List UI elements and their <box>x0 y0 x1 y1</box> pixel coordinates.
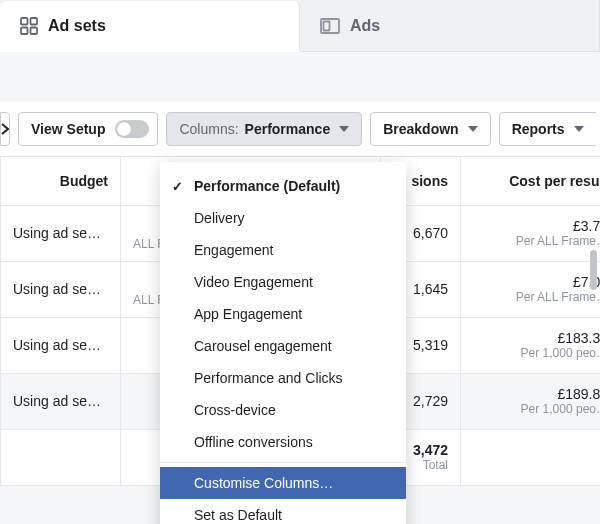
view-setup-button[interactable]: View Setup <box>18 112 158 146</box>
reports-label: Reports <box>512 121 565 137</box>
svg-rect-2 <box>21 27 28 34</box>
breakdown-button[interactable]: Breakdown <box>370 112 490 146</box>
tab-ad-sets[interactable]: Ad sets <box>0 1 300 52</box>
cell-budget: Using ad se… <box>1 317 121 373</box>
menu-item-video-engagement[interactable]: Video Engagement <box>160 266 406 298</box>
columns-value: Performance <box>245 121 331 137</box>
col-header-budget[interactable]: Budget <box>1 157 121 205</box>
cell-cost-sub: Per 1,000 peo… <box>473 346 600 360</box>
tab-ads-label: Ads <box>350 17 380 35</box>
columns-menu: ✓ Performance (Default) Delivery Engagem… <box>160 162 406 524</box>
col-header-cost[interactable]: Cost per result <box>461 157 601 205</box>
menu-item-offline-conversions[interactable]: Offline conversions <box>160 426 406 458</box>
cell-cost: £3.70 <box>573 218 600 234</box>
breakdown-label: Breakdown <box>383 121 458 137</box>
chevron-down-icon <box>468 126 478 132</box>
menu-item-cross-device[interactable]: Cross-device <box>160 394 406 426</box>
svg-rect-3 <box>31 27 38 34</box>
tab-ad-sets-label: Ad sets <box>48 17 106 35</box>
view-setup-toggle[interactable] <box>115 120 149 138</box>
cell-cost-sub: Per 1,000 peo… <box>473 402 600 416</box>
cell-cost: £183.38 <box>557 330 600 346</box>
cell-budget: Using ad se… <box>1 261 121 317</box>
svg-rect-5 <box>324 21 330 30</box>
reports-button[interactable]: Reports <box>499 112 596 146</box>
menu-item-engagement[interactable]: Engagement <box>160 234 406 266</box>
columns-prefix: Columns: <box>179 121 238 137</box>
expand-button[interactable] <box>0 112 10 146</box>
scrollbar-thumb[interactable] <box>590 250 597 290</box>
cell-budget: Using ad se… <box>1 373 121 429</box>
menu-item-delivery[interactable]: Delivery <box>160 202 406 234</box>
menu-item-app-engagement[interactable]: App Engagement <box>160 298 406 330</box>
ad-sets-icon <box>20 17 38 35</box>
chevron-down-icon <box>574 126 584 132</box>
total-impressions: 3,472 <box>413 442 448 458</box>
check-icon: ✓ <box>172 179 183 194</box>
cell-cost-sub: Per ALL Frame… <box>473 234 600 248</box>
svg-rect-1 <box>31 18 38 25</box>
toolbar: View Setup Columns: Performance Breakdow… <box>0 102 600 156</box>
chevron-down-icon <box>339 126 349 132</box>
tab-ads[interactable]: Ads <box>300 0 600 51</box>
menu-item-performance-clicks[interactable]: Performance and Clicks <box>160 362 406 394</box>
menu-item-customise-columns[interactable]: Customise Columns… <box>160 467 406 499</box>
columns-button[interactable]: Columns: Performance <box>166 112 362 146</box>
menu-item-set-default[interactable]: Set as Default <box>160 499 406 524</box>
menu-separator <box>160 462 406 463</box>
menu-item-performance-default[interactable]: ✓ Performance (Default) <box>160 170 406 202</box>
ads-icon <box>320 18 340 34</box>
cell-budget: Using ad se… <box>1 205 121 261</box>
menu-item-carousel-engagement[interactable]: Carousel engagement <box>160 330 406 362</box>
cell-cost-sub: Per ALL Frame… <box>473 290 600 304</box>
view-setup-label: View Setup <box>31 121 105 137</box>
cell-cost: £189.84 <box>557 386 600 402</box>
svg-rect-0 <box>21 18 28 25</box>
